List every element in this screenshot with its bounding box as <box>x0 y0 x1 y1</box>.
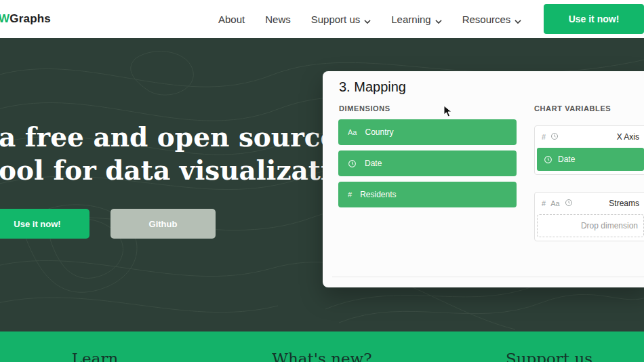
footer-strip: Learn What's new? Support us <box>0 331 644 362</box>
nav-learning-label: Learning <box>391 14 430 25</box>
clock-icon <box>550 132 559 142</box>
nav-resources[interactable]: Resources <box>462 13 522 26</box>
nav-about[interactable]: About <box>218 14 245 25</box>
nav-support-us-label: Support us <box>311 14 361 25</box>
panel-divider <box>332 277 644 277</box>
streams-accepted-types: # Aa <box>542 199 573 208</box>
x-axis-slot[interactable]: # X Axis Date <box>534 125 644 175</box>
clock-icon <box>565 199 573 208</box>
nav-links: About News Support us Learning Resources <box>218 0 521 38</box>
dimension-country-label: Country <box>365 127 393 137</box>
chart-variables-label: CHART VARIABLES <box>534 104 611 113</box>
nav-support-us[interactable]: Support us <box>311 13 371 26</box>
logo-text: Graphs <box>9 12 51 26</box>
footer-support-us[interactable]: Support us <box>454 331 644 362</box>
hero-section: a free and open source ool for data visu… <box>0 38 644 331</box>
footer-whats-new[interactable]: What's new? <box>190 331 454 362</box>
mapping-panel: 3. Mapping DIMENSIONS CHART VARIABLES Aa… <box>323 71 644 287</box>
hero-heading-line1: a free and open source <box>0 121 367 154</box>
streams-label: Streams <box>609 199 639 208</box>
dimension-residents[interactable]: # Residents <box>338 182 517 207</box>
github-button[interactable]: Github <box>110 209 216 239</box>
clock-icon <box>544 155 552 164</box>
chevron-down-icon <box>364 14 371 26</box>
nav-learning[interactable]: Learning <box>391 13 441 26</box>
nav-news-label: News <box>265 14 291 25</box>
panel-title: 3. Mapping <box>339 79 406 95</box>
navbar: WGraphs About News Support us Learning R… <box>0 0 644 38</box>
streams-drop-area[interactable]: Drop dimension <box>537 214 644 237</box>
chevron-down-icon <box>515 14 521 26</box>
x-axis-assigned-label: Date <box>558 155 575 164</box>
nav-about-label: About <box>218 14 245 25</box>
chevron-down-icon <box>435 14 442 26</box>
number-type-icon: # <box>542 199 546 207</box>
text-type-icon: Aa <box>348 128 357 136</box>
streams-slot-header: # Aa Streams <box>535 193 644 214</box>
dimension-country[interactable]: Aa Country <box>338 119 517 145</box>
hero-heading: a free and open source ool for data visu… <box>0 121 367 187</box>
text-type-icon: Aa <box>550 199 559 207</box>
x-axis-assigned-dimension[interactable]: Date <box>537 148 644 171</box>
streams-slot[interactable]: # Aa Streams Drop dimension <box>534 192 644 241</box>
use-it-now-button[interactable]: Use it now! <box>544 4 644 34</box>
dimensions-list: Aa Country Date # Residents <box>338 119 517 213</box>
nav-news[interactable]: News <box>265 14 291 25</box>
footer-learn[interactable]: Learn <box>0 331 190 362</box>
logo[interactable]: WGraphs <box>0 0 51 38</box>
x-axis-slot-header: # X Axis <box>535 126 644 148</box>
nav-resources-label: Resources <box>462 14 511 25</box>
logo-accent: W <box>0 12 9 26</box>
number-type-icon: # <box>542 133 546 141</box>
mouse-cursor <box>443 105 452 117</box>
dimensions-label: DIMENSIONS <box>339 104 390 113</box>
clock-icon <box>348 159 357 168</box>
hero-heading-line2: ool for data visualization <box>0 154 367 187</box>
hero-use-it-now-button[interactable]: Use it now! <box>0 209 89 239</box>
dimension-date-label: Date <box>365 159 382 168</box>
x-axis-accepted-types: # <box>542 132 559 142</box>
drop-placeholder: Drop dimension <box>581 221 638 230</box>
number-type-icon: # <box>348 190 352 199</box>
dimension-residents-label: Residents <box>360 190 396 199</box>
x-axis-label: X Axis <box>617 132 639 142</box>
dimension-date[interactable]: Date <box>338 150 517 176</box>
